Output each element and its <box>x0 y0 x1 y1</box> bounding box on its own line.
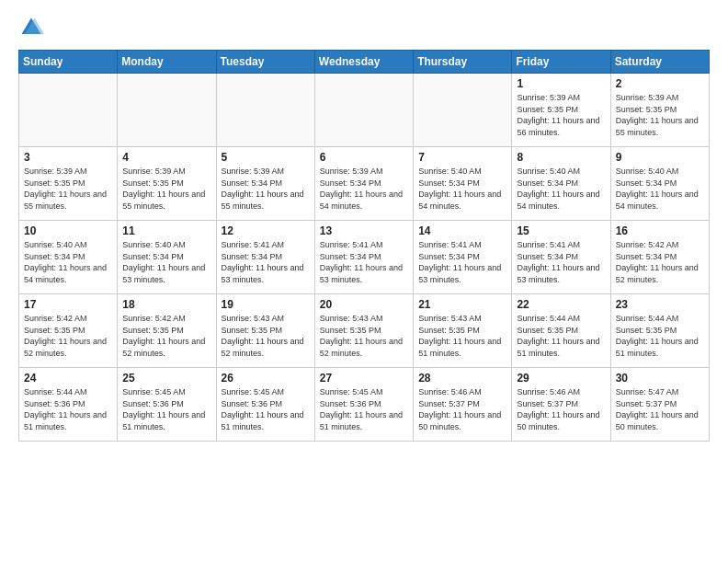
calendar-cell <box>216 74 314 147</box>
day-number: 20 <box>320 298 408 311</box>
calendar-cell: 23Sunrise: 5:44 AM Sunset: 5:35 PM Dayli… <box>610 294 709 368</box>
calendar-cell <box>414 74 512 147</box>
day-info: Sunrise: 5:41 AM Sunset: 5:34 PM Dayligh… <box>320 239 408 285</box>
header <box>18 15 710 40</box>
day-info: Sunrise: 5:39 AM Sunset: 5:34 PM Dayligh… <box>320 166 408 212</box>
weekday-header-thursday: Thursday <box>414 51 512 74</box>
day-info: Sunrise: 5:39 AM Sunset: 5:35 PM Dayligh… <box>122 166 210 212</box>
day-number: 17 <box>24 298 112 311</box>
calendar-cell <box>19 74 118 147</box>
weekday-header-friday: Friday <box>512 51 610 74</box>
day-number: 19 <box>222 298 310 311</box>
day-info: Sunrise: 5:41 AM Sunset: 5:34 PM Dayligh… <box>418 239 506 285</box>
calendar-cell: 19Sunrise: 5:43 AM Sunset: 5:35 PM Dayli… <box>216 294 314 368</box>
calendar-cell: 15Sunrise: 5:41 AM Sunset: 5:34 PM Dayli… <box>512 221 610 294</box>
calendar-cell: 3Sunrise: 5:39 AM Sunset: 5:35 PM Daylig… <box>19 147 118 221</box>
calendar-cell: 24Sunrise: 5:44 AM Sunset: 5:36 PM Dayli… <box>19 368 118 442</box>
day-number: 12 <box>222 224 310 237</box>
day-info: Sunrise: 5:40 AM Sunset: 5:34 PM Dayligh… <box>616 166 704 212</box>
day-info: Sunrise: 5:41 AM Sunset: 5:34 PM Dayligh… <box>517 239 605 285</box>
calendar-cell: 25Sunrise: 5:45 AM Sunset: 5:36 PM Dayli… <box>118 368 216 442</box>
weekday-header-sunday: Sunday <box>19 51 118 74</box>
day-number: 22 <box>517 298 605 311</box>
week-row-1: 1Sunrise: 5:39 AM Sunset: 5:35 PM Daylig… <box>19 74 710 147</box>
day-info: Sunrise: 5:41 AM Sunset: 5:34 PM Dayligh… <box>222 239 310 285</box>
calendar-cell: 17Sunrise: 5:42 AM Sunset: 5:35 PM Dayli… <box>19 294 118 368</box>
day-info: Sunrise: 5:39 AM Sunset: 5:34 PM Dayligh… <box>222 166 310 212</box>
day-info: Sunrise: 5:39 AM Sunset: 5:35 PM Dayligh… <box>517 92 605 138</box>
day-number: 8 <box>517 151 605 164</box>
weekday-header-tuesday: Tuesday <box>216 51 314 74</box>
weekday-header-wednesday: Wednesday <box>314 51 413 74</box>
day-info: Sunrise: 5:45 AM Sunset: 5:36 PM Dayligh… <box>222 386 310 432</box>
day-number: 27 <box>320 372 408 385</box>
week-row-3: 10Sunrise: 5:40 AM Sunset: 5:34 PM Dayli… <box>19 221 710 294</box>
day-number: 18 <box>122 298 210 311</box>
calendar-cell: 6Sunrise: 5:39 AM Sunset: 5:34 PM Daylig… <box>314 147 413 221</box>
day-number: 2 <box>616 77 704 90</box>
day-info: Sunrise: 5:43 AM Sunset: 5:35 PM Dayligh… <box>222 313 310 359</box>
day-info: Sunrise: 5:39 AM Sunset: 5:35 PM Dayligh… <box>24 166 112 212</box>
day-number: 30 <box>616 372 704 385</box>
day-info: Sunrise: 5:40 AM Sunset: 5:34 PM Dayligh… <box>122 239 210 285</box>
day-number: 26 <box>222 372 310 385</box>
day-number: 15 <box>517 224 605 237</box>
day-info: Sunrise: 5:40 AM Sunset: 5:34 PM Dayligh… <box>24 239 112 285</box>
day-number: 11 <box>122 224 210 237</box>
weekday-header-monday: Monday <box>118 51 216 74</box>
day-number: 3 <box>24 151 112 164</box>
calendar-cell: 28Sunrise: 5:46 AM Sunset: 5:37 PM Dayli… <box>414 368 512 442</box>
day-info: Sunrise: 5:42 AM Sunset: 5:35 PM Dayligh… <box>24 313 112 359</box>
day-number: 14 <box>418 224 506 237</box>
day-number: 13 <box>320 224 408 237</box>
day-number: 1 <box>517 77 605 90</box>
day-number: 21 <box>418 298 506 311</box>
calendar-cell <box>118 74 216 147</box>
week-row-2: 3Sunrise: 5:39 AM Sunset: 5:35 PM Daylig… <box>19 147 710 221</box>
day-info: Sunrise: 5:40 AM Sunset: 5:34 PM Dayligh… <box>418 166 506 212</box>
calendar-cell: 30Sunrise: 5:47 AM Sunset: 5:37 PM Dayli… <box>610 368 709 442</box>
day-number: 10 <box>24 224 112 237</box>
day-number: 24 <box>24 372 112 385</box>
day-number: 9 <box>616 151 704 164</box>
weekday-header-saturday: Saturday <box>610 51 709 74</box>
calendar-cell: 8Sunrise: 5:40 AM Sunset: 5:34 PM Daylig… <box>512 147 610 221</box>
calendar-cell: 1Sunrise: 5:39 AM Sunset: 5:35 PM Daylig… <box>512 74 610 147</box>
calendar-cell: 7Sunrise: 5:40 AM Sunset: 5:34 PM Daylig… <box>414 147 512 221</box>
day-info: Sunrise: 5:44 AM Sunset: 5:36 PM Dayligh… <box>24 386 112 432</box>
calendar-cell: 16Sunrise: 5:42 AM Sunset: 5:34 PM Dayli… <box>610 221 709 294</box>
day-number: 5 <box>222 151 310 164</box>
calendar-table: SundayMondayTuesdayWednesdayThursdayFrid… <box>18 50 710 442</box>
calendar-cell: 10Sunrise: 5:40 AM Sunset: 5:34 PM Dayli… <box>19 221 118 294</box>
day-info: Sunrise: 5:43 AM Sunset: 5:35 PM Dayligh… <box>418 313 506 359</box>
day-info: Sunrise: 5:39 AM Sunset: 5:35 PM Dayligh… <box>616 92 704 138</box>
logo-icon <box>18 15 44 40</box>
calendar-cell <box>314 74 413 147</box>
day-info: Sunrise: 5:40 AM Sunset: 5:34 PM Dayligh… <box>517 166 605 212</box>
calendar-cell: 14Sunrise: 5:41 AM Sunset: 5:34 PM Dayli… <box>414 221 512 294</box>
calendar-cell: 5Sunrise: 5:39 AM Sunset: 5:34 PM Daylig… <box>216 147 314 221</box>
calendar-cell: 11Sunrise: 5:40 AM Sunset: 5:34 PM Dayli… <box>118 221 216 294</box>
day-number: 25 <box>122 372 210 385</box>
day-info: Sunrise: 5:43 AM Sunset: 5:35 PM Dayligh… <box>320 313 408 359</box>
calendar-cell: 13Sunrise: 5:41 AM Sunset: 5:34 PM Dayli… <box>314 221 413 294</box>
calendar-cell: 4Sunrise: 5:39 AM Sunset: 5:35 PM Daylig… <box>118 147 216 221</box>
day-number: 7 <box>418 151 506 164</box>
day-number: 28 <box>418 372 506 385</box>
day-number: 16 <box>616 224 704 237</box>
week-row-4: 17Sunrise: 5:42 AM Sunset: 5:35 PM Dayli… <box>19 294 710 368</box>
day-number: 4 <box>122 151 210 164</box>
calendar-cell: 20Sunrise: 5:43 AM Sunset: 5:35 PM Dayli… <box>314 294 413 368</box>
weekday-header-row: SundayMondayTuesdayWednesdayThursdayFrid… <box>19 51 710 74</box>
day-info: Sunrise: 5:46 AM Sunset: 5:37 PM Dayligh… <box>418 386 506 432</box>
day-info: Sunrise: 5:47 AM Sunset: 5:37 PM Dayligh… <box>616 386 704 432</box>
day-number: 29 <box>517 372 605 385</box>
day-number: 6 <box>320 151 408 164</box>
calendar-cell: 21Sunrise: 5:43 AM Sunset: 5:35 PM Dayli… <box>414 294 512 368</box>
day-info: Sunrise: 5:42 AM Sunset: 5:35 PM Dayligh… <box>122 313 210 359</box>
day-info: Sunrise: 5:46 AM Sunset: 5:37 PM Dayligh… <box>517 386 605 432</box>
day-info: Sunrise: 5:45 AM Sunset: 5:36 PM Dayligh… <box>320 386 408 432</box>
calendar-cell: 22Sunrise: 5:44 AM Sunset: 5:35 PM Dayli… <box>512 294 610 368</box>
calendar-cell: 27Sunrise: 5:45 AM Sunset: 5:36 PM Dayli… <box>314 368 413 442</box>
day-info: Sunrise: 5:42 AM Sunset: 5:34 PM Dayligh… <box>616 239 704 285</box>
